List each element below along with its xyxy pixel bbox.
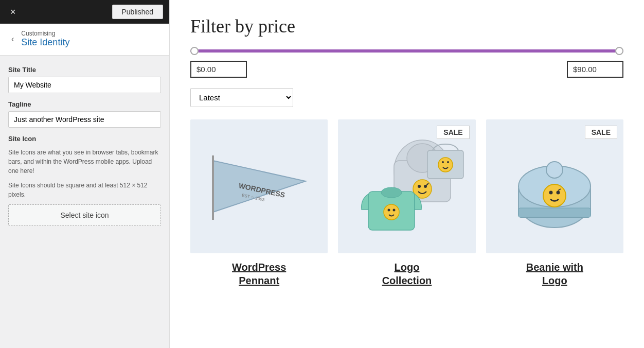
svg-point-15 bbox=[392, 209, 395, 212]
sidebar-nav: ‹ Customising Site Identity bbox=[0, 24, 169, 56]
product-title-line2: Collection bbox=[382, 275, 432, 286]
product-title-line1: Logo bbox=[395, 262, 420, 273]
slider-handle-left[interactable] bbox=[190, 47, 199, 55]
site-icon-desc-2: Site Icons should be square and at least… bbox=[8, 181, 161, 199]
price-max-input[interactable] bbox=[567, 61, 623, 78]
slider-track[interactable] bbox=[190, 49, 623, 53]
sidebar-content: Site Title Tagline Site Icon Site Icons … bbox=[0, 56, 169, 236]
published-button[interactable]: Published bbox=[112, 5, 164, 19]
product-title[interactable]: Beanie with Logo bbox=[526, 260, 583, 287]
pennant-illustration: WORDPRESS EST ☆ 2003 bbox=[203, 145, 316, 228]
product-card: WORDPRESS EST ☆ 2003 WordPress Pennant bbox=[190, 119, 328, 287]
sale-badge: SALE bbox=[437, 126, 469, 139]
product-title[interactable]: WordPress Pennant bbox=[232, 260, 286, 287]
site-identity-label: Site Identity bbox=[21, 37, 69, 48]
svg-point-13 bbox=[384, 204, 399, 220]
svg-point-23 bbox=[546, 162, 563, 178]
customising-label: Customising bbox=[21, 30, 69, 37]
logo-collection-illustration bbox=[340, 130, 474, 243]
svg-point-8 bbox=[418, 185, 421, 188]
svg-point-14 bbox=[387, 209, 390, 212]
tagline-group: Tagline bbox=[8, 100, 161, 128]
svg-point-26 bbox=[549, 191, 553, 195]
svg-rect-24 bbox=[518, 208, 591, 217]
slider-fill bbox=[190, 49, 623, 53]
product-title-line2: Logo bbox=[542, 275, 567, 286]
sort-select[interactable]: Latest Popularity Average rating Price: … bbox=[190, 88, 293, 107]
main-content: Filter by price Latest Popularity Averag… bbox=[170, 0, 644, 348]
sidebar-top-bar: × Published bbox=[0, 0, 169, 24]
tagline-label: Tagline bbox=[8, 100, 161, 108]
product-card: SALE bbox=[338, 119, 475, 287]
product-image-wrapper[interactable]: WORDPRESS EST ☆ 2003 bbox=[190, 119, 328, 253]
nav-text: Customising Site Identity bbox=[21, 30, 69, 48]
product-title[interactable]: Logo Collection bbox=[382, 260, 432, 287]
product-title-line1: Beanie with bbox=[526, 262, 583, 273]
site-title-label: Site Title bbox=[8, 66, 161, 74]
close-button[interactable]: × bbox=[6, 5, 20, 20]
svg-point-25 bbox=[543, 184, 566, 207]
select-site-icon-button[interactable]: Select site icon bbox=[8, 204, 161, 226]
slider-handle-right[interactable] bbox=[615, 47, 623, 55]
svg-point-17 bbox=[438, 158, 453, 172]
site-title-group: Site Title bbox=[8, 66, 161, 93]
product-image-wrapper[interactable]: SALE bbox=[486, 119, 623, 253]
products-grid: WORDPRESS EST ☆ 2003 WordPress Pennant S… bbox=[190, 119, 623, 287]
site-icon-section: Site Icon Site Icons are what you see in… bbox=[8, 135, 161, 226]
page-title: Filter by price bbox=[190, 15, 623, 37]
product-card: SALE bbox=[486, 119, 623, 287]
site-title-input[interactable] bbox=[8, 77, 161, 93]
tagline-input[interactable] bbox=[8, 111, 161, 128]
back-arrow[interactable]: ‹ bbox=[8, 33, 17, 45]
beanie-illustration bbox=[503, 135, 606, 238]
site-icon-desc-1: Site Icons are what you see in browser t… bbox=[8, 148, 161, 176]
sidebar: × Published ‹ Customising Site Identity … bbox=[0, 0, 170, 348]
price-min-input[interactable] bbox=[190, 61, 247, 78]
product-title-line2: Pennant bbox=[239, 275, 279, 286]
price-inputs bbox=[190, 61, 623, 78]
product-image-wrapper[interactable]: SALE bbox=[338, 119, 475, 253]
svg-point-19 bbox=[447, 161, 449, 163]
svg-point-27 bbox=[557, 191, 560, 195]
price-slider-container bbox=[190, 49, 623, 78]
svg-point-12 bbox=[381, 187, 402, 198]
site-icon-title: Site Icon bbox=[8, 135, 161, 143]
sale-badge: SALE bbox=[585, 126, 617, 139]
product-title-line1: WordPress bbox=[232, 262, 286, 273]
svg-point-18 bbox=[442, 161, 444, 163]
